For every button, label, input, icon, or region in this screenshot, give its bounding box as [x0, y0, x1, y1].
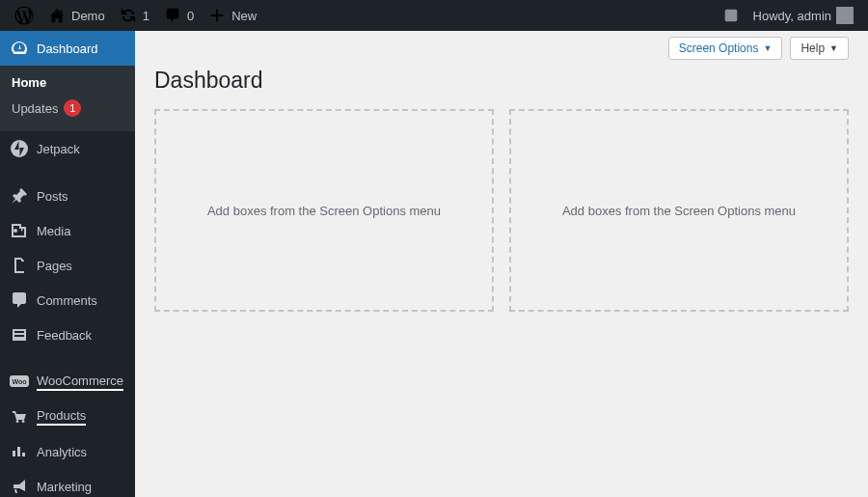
wordpress-icon [14, 6, 34, 25]
svg-point-1 [11, 140, 28, 157]
new-content-link[interactable]: New [201, 0, 263, 31]
megaphone-icon [10, 477, 29, 496]
page-icon [10, 256, 29, 275]
sidebar-item-feedback[interactable]: Feedback [0, 318, 135, 352]
sidebar-label: Analytics [37, 445, 87, 459]
widget-dropzone-left[interactable]: Add boxes from the Screen Options menu [154, 109, 494, 312]
analytics-icon [10, 442, 29, 461]
sidebar-label: WooCommerce [37, 373, 123, 391]
updates-count-text: 1 [143, 9, 149, 23]
submenu-updates[interactable]: Updates 1 [0, 95, 135, 122]
dashboard-submenu: Home Updates 1 [0, 66, 135, 131]
separator [0, 356, 135, 361]
sidebar-label: Pages [37, 259, 72, 273]
sidebar-label: Jetpack [37, 142, 80, 156]
updates-link[interactable]: 1 [112, 0, 156, 31]
svg-text:Woo: Woo [12, 378, 26, 385]
separator [0, 170, 135, 175]
woocommerce-icon: Woo [10, 373, 29, 392]
comments-icon [10, 290, 29, 310]
sidebar-label: Marketing [37, 480, 92, 494]
svg-rect-0 [724, 10, 737, 22]
comments-count-text: 0 [187, 9, 194, 23]
help-label: Help [800, 41, 825, 55]
sidebar-label: Media [37, 224, 70, 238]
sidebar-item-woocommerce[interactable]: Woo WooCommerce [0, 365, 135, 400]
wp-logo[interactable] [8, 0, 41, 31]
avatar [836, 7, 854, 24]
admin-sidebar: Dashboard Home Updates 1 Jetpack Posts M… [0, 31, 135, 497]
screen-options-label: Screen Options [679, 41, 759, 55]
screen-meta-links: Screen Options ▼ Help ▼ [154, 31, 849, 60]
dashboard-icon [10, 39, 29, 58]
sidebar-label: Comments [37, 293, 97, 308]
sidebar-item-jetpack[interactable]: Jetpack [0, 131, 135, 166]
media-icon [10, 221, 29, 240]
notification-icon[interactable] [721, 6, 741, 25]
widget-dropzone-right[interactable]: Add boxes from the Screen Options menu [509, 109, 849, 312]
admin-toolbar: Demo 1 0 New Howdy, admin [0, 0, 868, 31]
jetpack-icon [10, 139, 29, 158]
site-name-link[interactable]: Demo [41, 0, 112, 31]
sidebar-label: Posts [37, 189, 68, 204]
sidebar-item-pages[interactable]: Pages [0, 248, 135, 283]
admin-toolbar-left: Demo 1 0 New [8, 0, 263, 31]
refresh-icon [119, 6, 138, 25]
sidebar-item-dashboard[interactable]: Dashboard [0, 31, 135, 66]
sidebar-label: Products [37, 408, 86, 426]
empty-state-text: Add boxes from the Screen Options menu [207, 204, 441, 218]
new-label-text: New [231, 9, 257, 23]
submenu-label: Updates [12, 101, 58, 116]
submenu-home[interactable]: Home [0, 70, 135, 95]
empty-state-text: Add boxes from the Screen Options menu [562, 204, 796, 218]
site-name-text: Demo [71, 9, 105, 23]
page-title: Dashboard [154, 60, 849, 109]
sidebar-item-marketing[interactable]: Marketing [0, 469, 135, 497]
comment-icon [163, 6, 182, 25]
help-button[interactable]: Help ▼ [790, 37, 849, 60]
home-icon [47, 6, 67, 25]
sidebar-label: Feedback [37, 328, 92, 343]
sidebar-item-comments[interactable]: Comments [0, 283, 135, 318]
submenu-label: Home [12, 75, 46, 90]
chevron-down-icon: ▼ [829, 43, 838, 53]
comments-link[interactable]: 0 [156, 0, 201, 31]
admin-toolbar-right: Howdy, admin [721, 0, 860, 31]
sidebar-item-posts[interactable]: Posts [0, 179, 135, 213]
howdy-text: Howdy, admin [753, 9, 831, 23]
feedback-icon [10, 325, 29, 345]
main-content: Screen Options ▼ Help ▼ Dashboard Add bo… [135, 31, 868, 497]
pin-icon [10, 186, 29, 206]
account-link[interactable]: Howdy, admin [746, 0, 860, 31]
updates-badge: 1 [64, 99, 81, 117]
plus-icon [207, 6, 227, 25]
sidebar-item-analytics[interactable]: Analytics [0, 434, 135, 469]
sidebar-item-products[interactable]: Products [0, 400, 135, 434]
chevron-down-icon: ▼ [763, 43, 772, 53]
products-icon [10, 407, 29, 427]
sidebar-label: Dashboard [37, 41, 98, 56]
sidebar-item-media[interactable]: Media [0, 213, 135, 248]
dashboard-widgets: Add boxes from the Screen Options menu A… [154, 109, 849, 312]
screen-options-button[interactable]: Screen Options ▼ [668, 37, 783, 60]
